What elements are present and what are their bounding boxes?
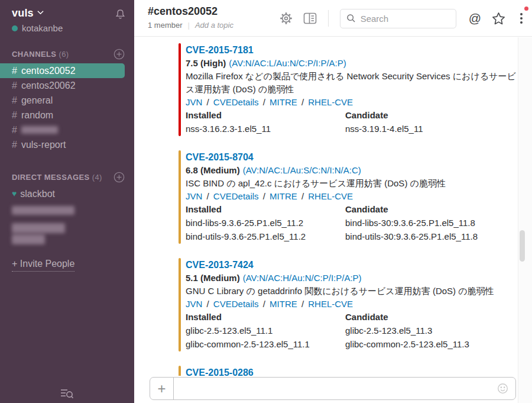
- candidate-package: glibc-2.5-123.el5_11.3: [345, 324, 505, 337]
- link-rhel-cve[interactable]: RHEL-CVE: [308, 299, 353, 309]
- installed-package: bind-utils-9.3.6-25.P1.el5_11.2: [186, 230, 345, 243]
- dms-header[interactable]: DIRECT MESSAGES (4): [0, 172, 134, 183]
- cve-summary: ISC BIND の apl_42.c におけるサービス運用妨害 (DoS) の…: [186, 177, 517, 190]
- hash-icon: #: [12, 122, 17, 137]
- candidate-column: Candidateglibc-2.5-123.el5_11.3glibc-com…: [345, 311, 505, 351]
- more-options-kebab-icon[interactable]: [515, 8, 527, 28]
- candidate-package: bind-libs-30:9.3.6-25.P1.el5_11.8: [345, 216, 505, 230]
- team-menu[interactable]: vuls: [0, 0, 134, 21]
- installed-label: Installed: [186, 311, 345, 324]
- link-separator: /: [299, 299, 307, 309]
- composer-area: +: [134, 376, 517, 403]
- candidate-package: nss-3.19.1-4.el5_11: [345, 122, 505, 136]
- chevron-down-icon: [37, 10, 44, 15]
- link-cvedetails[interactable]: CVEDetails: [213, 299, 259, 309]
- link-cvedetails[interactable]: CVEDetails: [213, 97, 259, 107]
- starred-items-icon[interactable]: [491, 11, 506, 26]
- emoji-picker-icon[interactable]: [497, 378, 515, 399]
- severity-bar: [179, 258, 181, 352]
- sidebar-item-channel-blurred[interactable]: #: [0, 122, 134, 137]
- add-dm-icon[interactable]: [113, 172, 125, 183]
- candidate-package: bind-utils-30:9.3.6-25.P1.el5_11.8: [345, 230, 505, 243]
- flexpane-toggle-icon[interactable]: [303, 11, 317, 25]
- message-list: CVE-2015-71817.5 (High)(AV:N/AC:L/Au:N/C…: [134, 37, 517, 403]
- redacted-dm-name: [12, 223, 65, 233]
- message-CVE-2015-8704: CVE-2015-87046.8 (Medium)(AV:N/AC:L/Au:S…: [179, 149, 517, 245]
- installed-package: glibc-2.5-123.el5_11.1: [186, 324, 345, 337]
- link-mitre[interactable]: MITRE: [270, 299, 297, 309]
- notification-badge-dot: [524, 7, 528, 11]
- candidate-package: glibc-common-2.5-123.el5_11.3: [345, 337, 505, 351]
- search-input[interactable]: [361, 14, 449, 24]
- hash-icon: #: [12, 108, 17, 122]
- member-count[interactable]: 1 member: [148, 21, 183, 30]
- cve-link[interactable]: CVE-2013-7424: [186, 259, 517, 272]
- severity-line: 5.1 (Medium)(AV:N/AC:H/Au:N/C:P/I:P/A:P): [186, 272, 517, 285]
- invite-people-button[interactable]: + Invite People: [12, 259, 74, 272]
- channel-list: #centos20052#centos20062#general#random#…: [0, 63, 134, 152]
- cve-link[interactable]: CVE-2015-7181: [186, 44, 517, 57]
- current-user[interactable]: kotakanbe: [0, 21, 134, 33]
- link-rhel-cve[interactable]: RHEL-CVE: [308, 191, 353, 201]
- channel-name: general: [21, 93, 53, 108]
- attach-file-plus-button[interactable]: +: [150, 378, 174, 399]
- candidate-label: Candidate: [345, 203, 505, 216]
- header-separator: |: [188, 21, 190, 30]
- add-channel-icon[interactable]: [113, 49, 125, 60]
- quick-search-list-icon[interactable]: [59, 386, 75, 401]
- channels-header[interactable]: CHANNELS (6): [0, 49, 134, 60]
- link-cvedetails[interactable]: CVEDetails: [213, 191, 259, 201]
- scrollbar-thumb[interactable]: [520, 230, 525, 262]
- cvss-vector-link[interactable]: (AV:N/AC:L/Au:S/C:N/I:N/A:C): [243, 165, 361, 175]
- channel-name: centos20052: [21, 63, 76, 78]
- link-mitre[interactable]: MITRE: [270, 191, 297, 201]
- main-pane: #centos20052 1 member | Add a topic: [134, 0, 532, 403]
- sidebar-item-dm-blurred[interactable]: [0, 223, 134, 244]
- candidate-column: Candidatebind-libs-30:9.3.6-25.P1.el5_11…: [345, 203, 505, 243]
- cvss-vector-link[interactable]: (AV:N/AC:H/Au:N/C:P/I:P/A:P): [243, 273, 362, 283]
- cve-link[interactable]: CVE-2015-8704: [186, 151, 517, 164]
- channel-settings-gear-icon[interactable]: [279, 11, 293, 25]
- severity-bar: [179, 43, 181, 136]
- link-separator: /: [204, 97, 212, 107]
- hash-icon: #: [12, 137, 17, 152]
- message-composer[interactable]: +: [150, 377, 516, 400]
- cvss-vector-link[interactable]: (AV:N/AC:L/Au:N/C:P/I:P/A:P): [229, 58, 346, 68]
- cve-summary: Mozilla Firefox などの製品で使用される Network Secu…: [186, 70, 517, 96]
- notifications-bell-icon[interactable]: [115, 8, 126, 21]
- sidebar-item-dm-blurred[interactable]: [0, 201, 134, 216]
- presence-dot-icon: [12, 25, 18, 31]
- current-user-name: kotakanbe: [22, 23, 63, 33]
- sidebar-item-channel-centos20062[interactable]: #centos20062: [0, 78, 134, 93]
- search-box[interactable]: [340, 9, 456, 28]
- package-columns: Installednss-3.16.2.3-1.el5_11Candidaten…: [186, 109, 517, 136]
- header-divider: [328, 10, 329, 27]
- dm-list: ♥slackbot: [0, 186, 134, 244]
- sidebar-item-channel-centos20052[interactable]: #centos20052: [0, 63, 125, 78]
- message-CVE-2015-7181: CVE-2015-71817.5 (High)(AV:N/AC:L/Au:N/C…: [179, 42, 517, 137]
- link-mitre[interactable]: MITRE: [270, 97, 297, 107]
- severity-score: 7.5 (High): [186, 58, 226, 68]
- scrollbar-track[interactable]: [518, 37, 532, 403]
- reference-links: JVN / CVEDetails / MITRE / RHEL-CVE: [186, 96, 517, 109]
- installed-column: Installedbind-libs-9.3.6-25.P1.el5_11.2b…: [186, 203, 345, 243]
- candidate-column: Candidatenss-3.19.1-4.el5_11: [345, 109, 505, 136]
- sidebar-item-channel-random[interactable]: #random: [0, 108, 134, 122]
- sidebar-item-channel-general[interactable]: #general: [0, 93, 134, 108]
- sidebar-item-dm-slackbot[interactable]: ♥slackbot: [0, 186, 134, 201]
- message-input[interactable]: [174, 378, 497, 399]
- mentions-at-icon[interactable]: @: [469, 11, 481, 25]
- sidebar-item-channel-vuls-report[interactable]: #vuls-report: [0, 137, 134, 152]
- link-rhel-cve[interactable]: RHEL-CVE: [308, 97, 353, 107]
- hash-icon: #: [12, 63, 17, 78]
- channel-title[interactable]: #centos20052: [148, 5, 233, 18]
- add-topic-button[interactable]: Add a topic: [195, 21, 233, 30]
- link-jvn[interactable]: JVN: [186, 299, 202, 309]
- redacted-channel-name: [21, 126, 58, 134]
- installed-column: Installedglibc-2.5-123.el5_11.1glibc-com…: [186, 311, 345, 351]
- team-name[interactable]: vuls: [12, 7, 34, 20]
- installed-package: nss-3.16.2.3-1.el5_11: [186, 122, 345, 136]
- link-jvn[interactable]: JVN: [186, 97, 202, 107]
- link-separator: /: [261, 299, 268, 309]
- link-jvn[interactable]: JVN: [186, 191, 202, 201]
